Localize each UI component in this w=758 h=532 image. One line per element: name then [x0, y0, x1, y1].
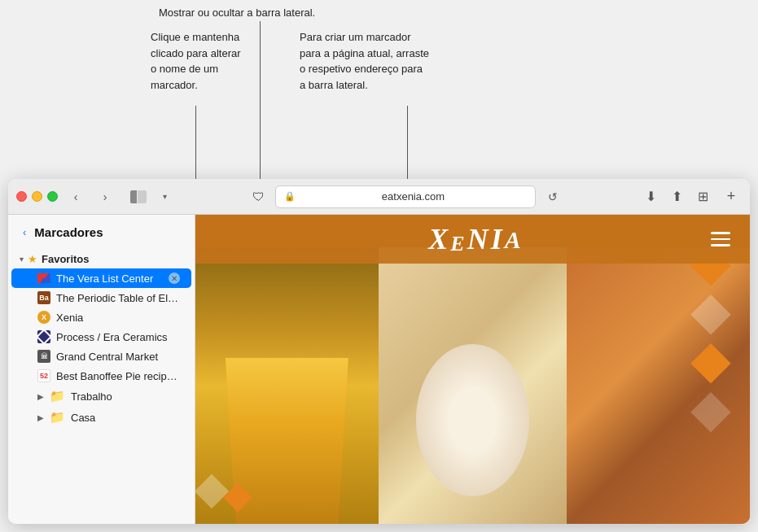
hamburger-button[interactable]: [708, 229, 734, 250]
lock-icon: 🔒: [284, 191, 296, 202]
food-plate-bg: [379, 247, 567, 524]
sidebar-title: Marcadores: [34, 225, 103, 239]
bookmark-xenia[interactable]: X Xenia: [11, 307, 191, 327]
gcm-favicon: 🏛: [37, 350, 50, 363]
callout-3-text: Para criar um marcadorpara a página atua…: [300, 29, 429, 93]
xenia-logo: XENiA: [428, 222, 523, 256]
tabs-icon: ⊞: [698, 189, 708, 204]
sidebar-list: ▾ ★ Favoritos The Vera List Center ✕ Ba: [8, 246, 195, 524]
bookmark-process-era[interactable]: Process / Era Ceramics: [11, 327, 191, 347]
xenia-website: XENiA: [195, 215, 750, 524]
plate-shape: [416, 344, 529, 496]
bookmark-banoffee[interactable]: 52 Best Banoffee Pie recipe -...: [11, 366, 191, 386]
bookmark-grand-central[interactable]: 🏛 Grand Central Market: [11, 347, 191, 366]
bookmark-xenia-label: Xenia: [56, 312, 180, 324]
vera-favicon: [37, 272, 50, 285]
tabs-overview-button[interactable]: ⊞: [691, 186, 714, 207]
browser-window: ‹ › ▾ 🛡 🔒 eatxenia.com ↺: [8, 179, 750, 524]
back-icon: ‹: [74, 190, 78, 203]
xenia-favicon: X: [37, 311, 50, 324]
forward-button[interactable]: ›: [94, 186, 116, 207]
bookmark-vera-close[interactable]: ✕: [169, 273, 180, 284]
share-icon: ⬆: [672, 189, 682, 204]
bookmark-periodic-label: The Periodic Table of Elem...: [56, 292, 180, 304]
download-icon: ⬇: [646, 189, 656, 204]
main-content: XENiA: [195, 215, 750, 524]
maximize-button[interactable]: [47, 191, 58, 202]
favorites-chevron-icon: ▾: [20, 255, 24, 264]
bookmark-vera-list-center[interactable]: The Vera List Center ✕: [11, 268, 191, 288]
minimize-button[interactable]: [32, 191, 42, 202]
shield-icon: 🛡: [252, 190, 265, 203]
casa-chevron-icon: ▶: [37, 413, 44, 422]
shield-button[interactable]: 🛡: [248, 186, 269, 207]
new-tab-button[interactable]: +: [721, 186, 742, 207]
sidebar-toggle-button[interactable]: [126, 186, 151, 207]
favorites-label: Favoritos: [42, 253, 90, 265]
favorites-section-header[interactable]: ▾ ★ Favoritos: [8, 250, 195, 268]
bookmark-vera-label: The Vera List Center: [56, 273, 163, 285]
sidebar-back-icon: ‹: [23, 226, 26, 238]
traffic-lights: [16, 191, 58, 202]
sidebar-header: ‹ Marcadores: [8, 215, 195, 246]
reload-icon: ↺: [548, 190, 558, 203]
forward-icon: ›: [103, 190, 107, 203]
toolbar-right: ⬇ ⬆ ⊞ +: [639, 186, 742, 207]
fries-shape: [213, 358, 360, 524]
bookmark-banoffee-label: Best Banoffee Pie recipe -...: [56, 370, 180, 382]
sidebar: ‹ Marcadores ▾ ★ Favoritos The Vera List…: [8, 215, 195, 524]
folder-trabalho-label: Trabalho: [71, 390, 180, 403]
trabalho-chevron-icon: ▶: [37, 392, 44, 401]
food-fries-bg: [195, 247, 379, 524]
banoffee-favicon: 52: [37, 369, 50, 382]
favorites-star-icon: ★: [28, 253, 37, 265]
process-favicon: [37, 330, 50, 343]
logo-a: A: [505, 226, 524, 253]
close-button[interactable]: [16, 191, 27, 202]
reload-button[interactable]: ↺: [542, 186, 563, 207]
chevron-down-icon: ▾: [163, 192, 167, 201]
callout-3-line: [407, 106, 408, 179]
folder-trabalho[interactable]: ▶ 📁 Trabalho: [11, 386, 191, 407]
address-bar-wrap: 🛡 🔒 eatxenia.com ↺: [178, 185, 633, 208]
hamburger-line-1: [711, 232, 730, 234]
browser-content: ‹ Marcadores ▾ ★ Favoritos The Vera List…: [8, 215, 750, 524]
bookmark-process-label: Process / Era Ceramics: [56, 331, 180, 343]
xenia-header: XENiA: [195, 215, 750, 264]
callout-1-text: Mostrar ou ocultar a barra lateral.: [159, 5, 315, 21]
casa-folder-icon: 📁: [50, 410, 65, 425]
trabalho-folder-icon: 📁: [50, 389, 65, 403]
bookmark-gcm-label: Grand Central Market: [56, 351, 180, 363]
sidebar-back-button[interactable]: ‹: [20, 225, 29, 240]
download-button[interactable]: ⬇: [639, 186, 662, 207]
url-text: eatxenia.com: [300, 190, 527, 203]
folder-casa-label: Casa: [71, 412, 180, 424]
hamburger-line-2: [711, 238, 730, 241]
callout-2-line: [195, 106, 196, 179]
hamburger-line-3: [711, 244, 730, 246]
annotation-area: Mostrar ou ocultar a barra lateral. Cliq…: [0, 0, 758, 179]
callout-1-line: [260, 21, 261, 179]
logo-e: E: [450, 232, 467, 255]
callout-2-text: Clique e mantenhaclicado para alteraro n…: [151, 29, 241, 93]
share-button[interactable]: ⬆: [665, 186, 688, 207]
bookmark-periodic-table[interactable]: Ba The Periodic Table of Elem...: [11, 288, 191, 307]
title-bar: ‹ › ▾ 🛡 🔒 eatxenia.com ↺: [8, 179, 750, 215]
food-right-bg: [567, 247, 750, 524]
sidebar-options-button[interactable]: ▾: [157, 186, 172, 207]
address-bar[interactable]: 🔒 eatxenia.com: [275, 185, 536, 208]
back-button[interactable]: ‹: [64, 186, 87, 207]
folder-casa[interactable]: ▶ 📁 Casa: [11, 407, 191, 428]
periodic-favicon: Ba: [37, 291, 50, 304]
plus-icon: +: [727, 188, 736, 205]
sidebar-toggle-icon: [130, 190, 147, 203]
